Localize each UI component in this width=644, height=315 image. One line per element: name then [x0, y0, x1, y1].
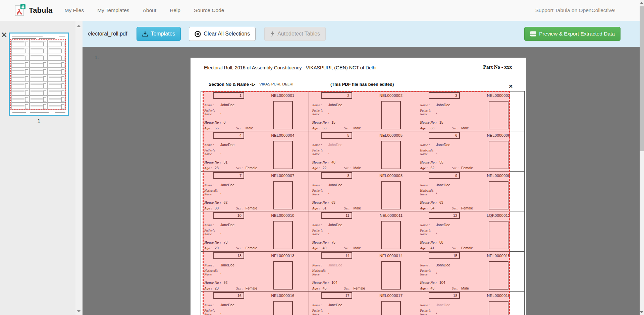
- section-value: VIKAS PURI, DELHI: [259, 82, 293, 86]
- page-thumbnail[interactable]: [9, 33, 69, 116]
- nav-item[interactable]: My Files: [64, 7, 84, 13]
- lightning-icon: [270, 31, 275, 37]
- thumb-section-bar: [12, 38, 36, 39]
- scroll-up-icon[interactable]: [77, 25, 81, 27]
- thumb-footer-bar3: [55, 112, 65, 113]
- nav-item[interactable]: Source Code: [194, 7, 224, 13]
- selection-close-icon[interactable]: ✕: [508, 84, 513, 89]
- table-selection[interactable]: ✕: [203, 91, 510, 315]
- window-scrollbar-thumb[interactable]: [640, 6, 644, 151]
- window-scroll-down-icon[interactable]: [640, 311, 643, 313]
- thumb-partno-bar: [59, 36, 65, 37]
- preview-export-button[interactable]: Preview & Export Extracted Data: [524, 27, 621, 41]
- section-label: Section No & Name -1-: [209, 82, 255, 87]
- tabula-app: Tabula My Files My Templates About Help …: [0, 0, 644, 315]
- remove-page-icon[interactable]: ✕: [1, 32, 7, 39]
- tabula-logo: [13, 4, 25, 17]
- autodetect-tables-button: Autodetect Tables: [264, 27, 326, 41]
- navbar: Tabula My Files My Templates About Help …: [0, 0, 640, 21]
- window-scroll-up-icon[interactable]: [640, 2, 643, 4]
- page-thumbnail-sidebar: ✕ 1: [0, 21, 83, 315]
- thumb-title-bar: [12, 36, 43, 37]
- thumbnail-selection-outline: [10, 39, 66, 110]
- page-number-label: 1.: [95, 54, 99, 60]
- pdf-title: Electoral Roll, 2016 of Assembly Constit…: [204, 65, 376, 70]
- open-filename: electoral_roll.pdf: [88, 31, 127, 37]
- pdf-section-row: Section No & Name -1- VIKAS PURI, DELHI …: [191, 82, 526, 88]
- pdf-part-no: Part No - xxx: [483, 64, 512, 70]
- window-scrollbar[interactable]: [640, 0, 644, 315]
- nav-item[interactable]: About: [143, 7, 157, 13]
- thumbnail-page-number: 1: [9, 118, 69, 125]
- thumb-footer-bar2: [30, 112, 49, 113]
- toolbar: electoral_roll.pdf Templates Clear All S…: [83, 21, 640, 47]
- templates-icon: [142, 31, 148, 37]
- nav-item[interactable]: My Templates: [97, 7, 129, 13]
- clear-selections-button[interactable]: Clear All Selections: [189, 27, 256, 41]
- edited-note: (This PDF file has been edited): [330, 82, 394, 87]
- sidebar-scrollbar[interactable]: [75, 21, 83, 315]
- table-list-icon: [530, 31, 536, 37]
- support-link[interactable]: Support Tabula on OpenCollective!: [535, 7, 615, 13]
- thumb-footer-bar: [12, 112, 26, 113]
- remove-circle-icon: [195, 31, 201, 37]
- pdf-page[interactable]: Electoral Roll, 2016 of Assembly Constit…: [191, 58, 526, 315]
- document-viewport: 1. Electoral Roll, 2016 of Assembly Cons…: [83, 47, 640, 315]
- templates-button[interactable]: Templates: [137, 27, 181, 41]
- brand-title: Tabula: [29, 6, 52, 15]
- nav-item[interactable]: Help: [170, 7, 180, 13]
- scroll-down-icon[interactable]: [77, 310, 81, 312]
- nav-menu: My Files My Templates About Help Source …: [64, 7, 224, 13]
- thumb-note-bar: [39, 38, 55, 39]
